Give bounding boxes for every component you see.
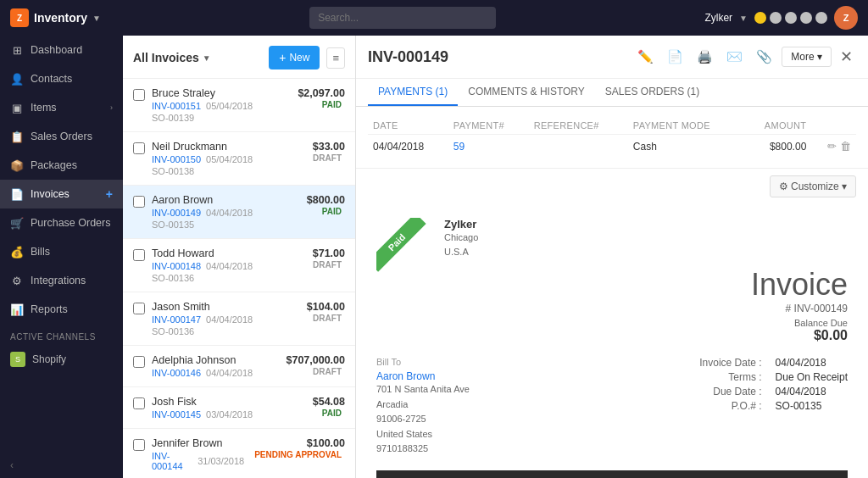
tab-payments[interactable]: PAYMENTS (1) [368,79,458,106]
packages-icon: 📦 [10,158,24,172]
terms-label: Terms : [699,371,761,383]
bill-to-section: Bill To Aaron Brown 701 N Santa Anita Av… [376,357,682,457]
sidebar-collapse-button[interactable]: ‹ [0,453,123,478]
pdf-button[interactable]: 📄 [663,46,687,68]
col-payment-mode: PAYMENT MODE [628,117,743,135]
search-input[interactable] [309,7,496,29]
status-badge: PAID [307,206,345,217]
user-name[interactable]: Zylker [704,12,732,24]
list-item[interactable]: Jennifer Brown INV-000144 31/03/2018 $10… [123,429,355,478]
sidebar-item-items[interactable]: ▣ Items › [0,93,123,122]
invoice-info: Jason Smith INV-000147 04/04/2018 SO-001… [152,301,300,336]
customize-button[interactable]: ⚙ Customize ▾ [770,175,856,197]
print-button[interactable]: 🖨️ [693,46,717,68]
invoice-document: Paid Zylker Chicago U.S.A Invoice # INV-… [356,204,868,478]
sidebar-item-reports[interactable]: 📊 Reports [0,295,123,324]
email-button[interactable]: ✉️ [722,46,747,68]
detail-header: INV-000149 ✏️ 📄 🖨️ ✉️ 📎 More ▾ ✕ [356,36,868,79]
po-label: P.O.# : [699,400,761,412]
list-item[interactable]: Adelphia Johnson INV-000146 04/04/2018 $… [123,346,355,387]
tab-sales-orders[interactable]: SALES ORDERS (1) [595,79,709,106]
invoice-amount: $54.08 [313,396,345,408]
sidebar: ⊞ Dashboard 👤 Contacts ▣ Items › 📋 Sales… [0,36,123,478]
due-date-label: Due Date : [699,386,761,397]
payment-num-link[interactable]: 59 [448,135,529,158]
sidebar-item-bills[interactable]: 💰 Bills [0,237,123,266]
invoice-checkbox[interactable] [133,439,145,451]
sidebar-item-integrations[interactable]: ⚙ Integrations [0,266,123,295]
invoice-number[interactable]: INV-000149 [152,208,201,218]
invoice-number[interactable]: INV-000150 [152,154,201,164]
invoice-checkbox[interactable] [133,356,145,368]
topbar-right: Zylker ▼ Z [704,6,858,30]
sidebar-item-packages[interactable]: 📦 Packages [0,151,123,180]
sidebar-item-dashboard[interactable]: ⊞ Dashboard [0,36,123,64]
invoice-checkbox[interactable] [133,397,145,409]
sidebar-item-contacts[interactable]: 👤 Contacts [0,64,123,93]
dot-3 [785,12,797,24]
col-rate: Rate [676,470,754,478]
delete-payment-button[interactable]: 🗑 [840,140,851,153]
list-menu-button[interactable]: ≡ [326,47,345,69]
invoice-checkbox[interactable] [133,249,145,261]
status-badge: PENDING APPROVAL [251,449,345,460]
invoice-number[interactable]: INV-000144 [152,451,192,471]
panel-header: All Invoices ▼ + New ≡ [123,36,355,79]
invoice-meta: INV-000151 05/04/2018 [152,101,291,111]
invoice-meta: INV-000147 04/04/2018 [152,314,300,325]
invoice-checkbox[interactable] [133,89,145,101]
list-item[interactable]: Neil Druckmann INV-000150 05/04/2018 SO-… [123,132,355,186]
status-badge: DRAFT [309,153,345,164]
payment-mode: Cash [628,135,743,158]
list-item[interactable]: Bruce Straley INV-000151 05/04/2018 SO-0… [123,79,355,132]
customize-bar: ⚙ Customize ▾ [356,169,868,204]
sidebar-item-invoices[interactable]: 📄 Invoices + [0,180,123,208]
invoice-number[interactable]: INV-000146 [152,368,201,378]
close-button[interactable]: ✕ [837,44,856,69]
payment-amount: $800.00 [743,135,811,158]
invoice-checkbox[interactable] [133,196,145,208]
sidebar-item-sales-orders[interactable]: 📋 Sales Orders [0,122,123,151]
invoice-list-panel: All Invoices ▼ + New ≡ Bruce Straley INV… [123,36,356,478]
from-country: U.S.A [444,245,848,259]
invoice-number[interactable]: INV-000147 [152,314,201,325]
invoice-right: $800.00 PAID [307,194,345,217]
invoice-from: Zylker Chicago U.S.A [444,218,848,258]
detail-invoice-number: INV-000149 [368,48,626,66]
invoice-amount: $707,000.00 [286,354,345,366]
invoice-amount: $71.00 [309,247,345,259]
invoice-info: Todd Howard INV-000148 04/04/2018 SO-001… [152,247,303,283]
more-button[interactable]: More ▾ [782,47,832,67]
new-invoice-button[interactable]: + New [269,46,320,69]
from-company-name: Zylker [444,218,848,231]
items-arrow: › [110,103,113,112]
app-switcher[interactable] [754,12,827,24]
invoice-checkbox[interactable] [133,303,145,314]
invoice-number[interactable]: INV-000151 [152,101,201,111]
edit-button[interactable]: ✏️ [633,46,658,68]
invoice-number[interactable]: INV-000145 [152,409,201,420]
add-invoice-button[interactable]: + [106,187,113,201]
tab-comments[interactable]: COMMENTS & HISTORY [458,79,595,106]
invoice-heading: Invoice [376,267,848,303]
sidebar-item-purchase-orders[interactable]: 🛒 Purchase Orders [0,208,123,237]
reports-icon: 📊 [10,303,24,316]
list-item[interactable]: Aaron Brown INV-000149 04/04/2018 SO-001… [123,186,355,239]
invoice-checkbox[interactable] [133,142,145,154]
invoice-so: SO-00136 [152,326,300,336]
dot-1 [754,12,766,24]
invoice-meta: INV-000150 05/04/2018 [152,154,303,164]
invoice-number[interactable]: INV-000148 [152,261,201,271]
invoice-amount: $104.00 [307,301,345,313]
list-item[interactable]: Josh Fisk INV-000145 03/04/2018 $54.08 P… [123,387,355,429]
panel-title: All Invoices ▼ [133,51,262,64]
sidebar-item-shopify[interactable]: S Shopify [0,345,123,374]
list-item[interactable]: Todd Howard INV-000148 04/04/2018 SO-001… [123,239,355,292]
list-item[interactable]: Jason Smith INV-000147 04/04/2018 SO-001… [123,292,355,346]
edit-payment-button[interactable]: ✏ [827,140,837,153]
invoice-info: Josh Fisk INV-000145 03/04/2018 [152,396,306,420]
items-icon: ▣ [10,101,24,114]
attachment-button[interactable]: 📎 [752,46,776,68]
avatar[interactable]: Z [834,6,858,30]
logo[interactable]: Z Inventory ▼ [10,8,101,27]
